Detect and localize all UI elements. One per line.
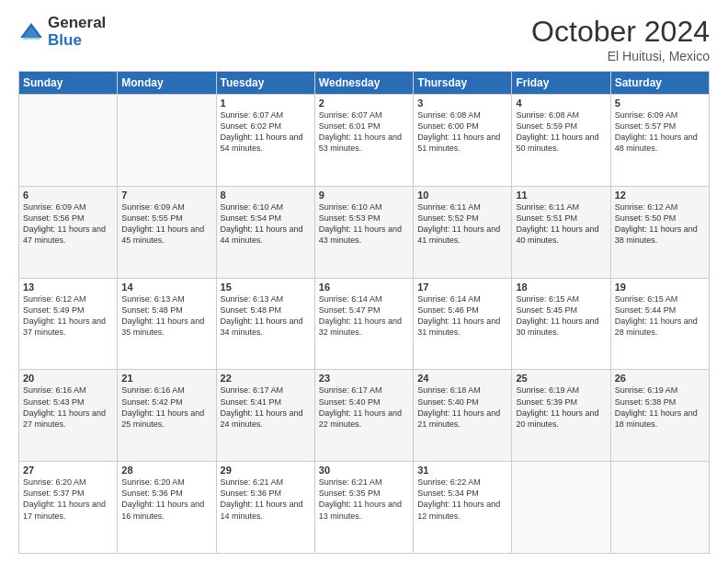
page-header: General Blue October 2024 El Huitusi, Me… (18, 15, 710, 63)
day-number: 21 (121, 373, 211, 384)
logo-icon (18, 19, 44, 45)
day-number: 7 (121, 190, 211, 201)
table-row: 6Sunrise: 6:09 AM Sunset: 5:56 PM Daylig… (19, 186, 118, 278)
day-number: 3 (417, 98, 507, 109)
table-row: 16Sunrise: 6:14 AM Sunset: 5:47 PM Dayli… (314, 278, 413, 370)
calendar-week-row: 13Sunrise: 6:12 AM Sunset: 5:49 PM Dayli… (19, 278, 710, 370)
table-row: 11Sunrise: 6:11 AM Sunset: 5:51 PM Dayli… (512, 186, 610, 278)
table-row: 24Sunrise: 6:18 AM Sunset: 5:40 PM Dayli… (414, 370, 512, 462)
table-row: 1Sunrise: 6:07 AM Sunset: 6:02 PM Daylig… (216, 95, 314, 187)
header-monday: Monday (118, 72, 216, 95)
day-number: 29 (221, 465, 311, 476)
table-row: 14Sunrise: 6:13 AM Sunset: 5:48 PM Dayli… (118, 278, 216, 370)
day-number: 1 (221, 98, 311, 109)
table-row: 10Sunrise: 6:11 AM Sunset: 5:52 PM Dayli… (414, 186, 512, 278)
table-row: 21Sunrise: 6:16 AM Sunset: 5:42 PM Dayli… (118, 370, 216, 462)
day-number: 8 (221, 190, 311, 201)
day-number: 4 (516, 98, 606, 109)
day-info: Sunrise: 6:10 AM Sunset: 5:54 PM Dayligh… (221, 201, 311, 247)
day-number: 28 (121, 465, 211, 476)
table-row: 8Sunrise: 6:10 AM Sunset: 5:54 PM Daylig… (216, 186, 314, 278)
day-number: 16 (319, 282, 409, 293)
day-number: 10 (417, 190, 507, 201)
table-row: 12Sunrise: 6:12 AM Sunset: 5:50 PM Dayli… (610, 186, 709, 278)
calendar-week-row: 27Sunrise: 6:20 AM Sunset: 5:37 PM Dayli… (19, 462, 710, 554)
day-info: Sunrise: 6:12 AM Sunset: 5:50 PM Dayligh… (615, 201, 705, 247)
day-info: Sunrise: 6:07 AM Sunset: 6:01 PM Dayligh… (319, 109, 409, 155)
day-info: Sunrise: 6:14 AM Sunset: 5:47 PM Dayligh… (319, 293, 409, 339)
day-info: Sunrise: 6:12 AM Sunset: 5:49 PM Dayligh… (23, 293, 113, 339)
day-info: Sunrise: 6:19 AM Sunset: 5:38 PM Dayligh… (615, 385, 705, 430)
table-row: 29Sunrise: 6:21 AM Sunset: 5:36 PM Dayli… (216, 462, 314, 554)
logo-blue: Blue (48, 32, 106, 50)
table-row: 28Sunrise: 6:20 AM Sunset: 5:36 PM Dayli… (118, 462, 216, 554)
day-info: Sunrise: 6:17 AM Sunset: 5:40 PM Dayligh… (319, 385, 409, 430)
calendar-week-row: 6Sunrise: 6:09 AM Sunset: 5:56 PM Daylig… (19, 186, 710, 278)
table-row: 23Sunrise: 6:17 AM Sunset: 5:40 PM Dayli… (314, 370, 413, 462)
day-info: Sunrise: 6:10 AM Sunset: 5:53 PM Dayligh… (319, 201, 409, 247)
header-friday: Friday (512, 72, 610, 95)
calendar-page: General Blue October 2024 El Huitusi, Me… (0, 0, 728, 563)
day-info: Sunrise: 6:09 AM Sunset: 5:55 PM Dayligh… (121, 201, 211, 247)
table-row: 5Sunrise: 6:09 AM Sunset: 5:57 PM Daylig… (610, 95, 709, 187)
calendar-table: Sunday Monday Tuesday Wednesday Thursday… (18, 71, 710, 554)
day-info: Sunrise: 6:15 AM Sunset: 5:45 PM Dayligh… (516, 293, 606, 339)
table-row: 26Sunrise: 6:19 AM Sunset: 5:38 PM Dayli… (610, 370, 709, 462)
table-row: 4Sunrise: 6:08 AM Sunset: 5:59 PM Daylig… (512, 95, 610, 187)
day-info: Sunrise: 6:21 AM Sunset: 5:36 PM Dayligh… (221, 477, 311, 522)
table-row: 9Sunrise: 6:10 AM Sunset: 5:53 PM Daylig… (314, 186, 413, 278)
day-number: 14 (121, 282, 211, 293)
table-row: 17Sunrise: 6:14 AM Sunset: 5:46 PM Dayli… (414, 278, 512, 370)
day-info: Sunrise: 6:22 AM Sunset: 5:34 PM Dayligh… (417, 477, 507, 522)
day-info: Sunrise: 6:16 AM Sunset: 5:43 PM Dayligh… (23, 385, 113, 430)
day-number: 20 (23, 373, 113, 384)
month-title: October 2024 (531, 15, 710, 49)
logo-general: General (48, 15, 106, 32)
day-number: 27 (23, 465, 113, 476)
day-info: Sunrise: 6:09 AM Sunset: 5:56 PM Dayligh… (23, 201, 113, 247)
day-number: 19 (615, 282, 705, 293)
day-number: 23 (319, 373, 409, 384)
header-saturday: Saturday (610, 72, 709, 95)
day-number: 24 (417, 373, 507, 384)
calendar-week-row: 20Sunrise: 6:16 AM Sunset: 5:43 PM Dayli… (19, 370, 710, 462)
day-number: 18 (516, 282, 606, 293)
day-number: 15 (221, 282, 311, 293)
table-row: 22Sunrise: 6:17 AM Sunset: 5:41 PM Dayli… (216, 370, 314, 462)
calendar-week-row: 1Sunrise: 6:07 AM Sunset: 6:02 PM Daylig… (19, 95, 710, 187)
day-number: 2 (319, 98, 409, 109)
day-info: Sunrise: 6:09 AM Sunset: 5:57 PM Dayligh… (615, 109, 705, 155)
table-row: 19Sunrise: 6:15 AM Sunset: 5:44 PM Dayli… (610, 278, 709, 370)
calendar-header-row: Sunday Monday Tuesday Wednesday Thursday… (19, 72, 710, 95)
header-wednesday: Wednesday (314, 72, 413, 95)
day-number: 25 (516, 373, 606, 384)
day-number: 12 (615, 190, 705, 201)
table-row: 3Sunrise: 6:08 AM Sunset: 6:00 PM Daylig… (414, 95, 512, 187)
table-row: 30Sunrise: 6:21 AM Sunset: 5:35 PM Dayli… (314, 462, 413, 554)
table-row: 2Sunrise: 6:07 AM Sunset: 6:01 PM Daylig… (314, 95, 413, 187)
day-number: 6 (23, 190, 113, 201)
table-row: 18Sunrise: 6:15 AM Sunset: 5:45 PM Dayli… (512, 278, 610, 370)
day-info: Sunrise: 6:14 AM Sunset: 5:46 PM Dayligh… (417, 293, 507, 339)
day-number: 26 (615, 373, 705, 384)
table-row: 13Sunrise: 6:12 AM Sunset: 5:49 PM Dayli… (19, 278, 118, 370)
day-info: Sunrise: 6:08 AM Sunset: 6:00 PM Dayligh… (417, 109, 507, 155)
logo: General Blue (18, 15, 106, 49)
day-info: Sunrise: 6:13 AM Sunset: 5:48 PM Dayligh… (221, 293, 311, 339)
day-number: 11 (516, 190, 606, 201)
day-info: Sunrise: 6:18 AM Sunset: 5:40 PM Dayligh… (417, 385, 507, 430)
table-row: 7Sunrise: 6:09 AM Sunset: 5:55 PM Daylig… (118, 186, 216, 278)
day-info: Sunrise: 6:15 AM Sunset: 5:44 PM Dayligh… (615, 293, 705, 339)
header-tuesday: Tuesday (216, 72, 314, 95)
day-info: Sunrise: 6:20 AM Sunset: 5:37 PM Dayligh… (23, 477, 113, 522)
table-row (19, 95, 118, 187)
day-info: Sunrise: 6:11 AM Sunset: 5:51 PM Dayligh… (516, 201, 606, 247)
day-number: 31 (417, 465, 507, 476)
header-sunday: Sunday (19, 72, 118, 95)
title-block: October 2024 El Huitusi, Mexico (531, 15, 710, 63)
table-row: 25Sunrise: 6:19 AM Sunset: 5:39 PM Dayli… (512, 370, 610, 462)
table-row: 15Sunrise: 6:13 AM Sunset: 5:48 PM Dayli… (216, 278, 314, 370)
table-row: 20Sunrise: 6:16 AM Sunset: 5:43 PM Dayli… (19, 370, 118, 462)
day-number: 13 (23, 282, 113, 293)
day-info: Sunrise: 6:19 AM Sunset: 5:39 PM Dayligh… (516, 385, 606, 430)
